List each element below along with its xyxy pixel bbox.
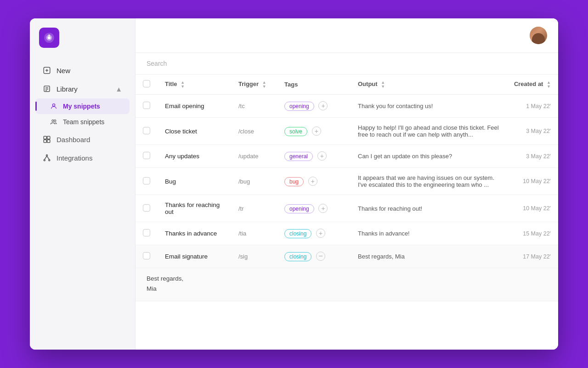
th-select-all[interactable]: [136, 75, 158, 95]
row-title: Bug: [158, 168, 231, 195]
row-checkbox-cell: [136, 145, 158, 168]
row-checkbox-cell: [136, 118, 158, 145]
row-title: Email signature: [158, 245, 231, 268]
tag-action-btn[interactable]: +: [318, 204, 328, 213]
expanded-preview-content: Best regards,Mia: [136, 268, 558, 301]
svg-point-3: [48, 34, 50, 36]
row-created-at: 1 May 22': [507, 95, 558, 118]
svg-rect-14: [44, 136, 46, 139]
row-tag[interactable]: closing: [284, 252, 311, 261]
th-output[interactable]: Output ▲▼: [351, 75, 507, 95]
created-sort-icon: ▲▼: [547, 80, 551, 89]
sidebar-item-library[interactable]: Library ▲: [34, 80, 131, 98]
row-checkbox[interactable]: [143, 102, 150, 109]
row-tags: closing −: [277, 245, 351, 268]
preview-line: Best regards,: [147, 274, 547, 284]
svg-rect-17: [47, 140, 50, 143]
row-tag[interactable]: closing: [284, 229, 311, 238]
top-bar: [136, 18, 558, 53]
table-row[interactable]: Thanks for reaching out /tr opening + Th…: [136, 195, 558, 222]
svg-line-22: [47, 156, 49, 160]
th-title[interactable]: Title ▲▼: [158, 75, 231, 95]
app-logo[interactable]: [39, 28, 59, 48]
avatar[interactable]: [530, 27, 547, 44]
row-checkbox[interactable]: [143, 229, 150, 236]
row-tag[interactable]: opening: [284, 102, 314, 111]
avatar-silhouette: [532, 33, 545, 44]
output-sort-icon: ▲▼: [381, 80, 385, 89]
table-row[interactable]: Thanks in advance /tia closing + Thanks …: [136, 222, 558, 245]
row-tag[interactable]: opening: [284, 204, 314, 213]
th-created-at[interactable]: Created at ▲▼: [507, 75, 558, 95]
row-tags: general +: [277, 145, 351, 168]
row-checkbox-cell: [136, 95, 158, 118]
my-snippets-label: My snippets: [63, 103, 100, 110]
tag-action-btn[interactable]: +: [316, 229, 325, 238]
svg-rect-16: [44, 140, 46, 143]
row-tag[interactable]: general: [284, 152, 313, 161]
plus-square-icon: [43, 66, 51, 75]
row-checkbox[interactable]: [143, 252, 150, 259]
team-icon: [50, 118, 57, 126]
row-tag[interactable]: solve: [284, 127, 307, 136]
search-bar: [136, 53, 558, 75]
svg-line-21: [45, 156, 47, 160]
chevron-up-icon: ▲: [115, 85, 122, 93]
sidebar-item-my-snippets[interactable]: My snippets: [35, 98, 130, 114]
tag-action-btn[interactable]: +: [317, 151, 327, 161]
sidebar-item-new[interactable]: New: [34, 62, 131, 79]
row-created-at: 10 May 22': [507, 195, 558, 222]
tag-action-btn[interactable]: +: [308, 177, 317, 186]
sidebar-item-team-snippets[interactable]: Team snippets: [35, 114, 130, 130]
row-tags: closing +: [277, 222, 351, 245]
row-title: Any updates: [158, 145, 231, 168]
table-row[interactable]: Bug /bug bug + It appears that we are ha…: [136, 168, 558, 195]
th-trigger[interactable]: Trigger ▲▼: [231, 75, 277, 95]
svg-point-20: [49, 160, 50, 161]
tag-action-btn[interactable]: +: [318, 101, 328, 110]
svg-point-19: [44, 160, 45, 161]
table-row[interactable]: Close ticket /close solve + Happy to hel…: [136, 118, 558, 145]
row-output: Thank you for contacting us!: [351, 95, 507, 118]
row-title: Thanks for reaching out: [158, 195, 231, 222]
row-checkbox-cell: [136, 245, 158, 268]
search-input[interactable]: [147, 60, 547, 67]
svg-point-12: [52, 120, 54, 121]
row-tag[interactable]: bug: [284, 177, 304, 186]
row-title: Email opening: [158, 95, 231, 118]
row-output: Can I get an update on this please?: [351, 145, 507, 168]
row-checkbox-cell: [136, 222, 158, 245]
table-row[interactable]: Any updates /update general + Can I get …: [136, 145, 558, 168]
app-window: New Library ▲: [30, 18, 558, 350]
row-trigger: /bug: [231, 168, 277, 195]
row-created-at: 15 May 22': [507, 222, 558, 245]
select-all-checkbox[interactable]: [143, 80, 150, 87]
row-checkbox[interactable]: [143, 127, 150, 134]
table-row[interactable]: Email opening /tc opening + Thank you fo…: [136, 95, 558, 118]
row-checkbox[interactable]: [143, 204, 150, 212]
row-checkbox[interactable]: [143, 152, 150, 159]
th-tags[interactable]: Tags: [277, 75, 351, 95]
row-output: It appears that we are having issues on …: [351, 168, 507, 195]
row-tags: solve +: [277, 118, 351, 145]
sidebar-item-integrations[interactable]: Integrations: [34, 149, 131, 167]
table-header: Title ▲▼ Trigger ▲▼ Tags Output ▲▼: [136, 75, 558, 95]
row-checkbox-cell: [136, 195, 158, 222]
row-trigger: /tr: [231, 195, 277, 222]
team-snippets-label: Team snippets: [63, 118, 104, 126]
tag-action-btn[interactable]: −: [316, 252, 325, 261]
table-row[interactable]: Email signature /sig closing − Best rega…: [136, 245, 558, 268]
sidebar-item-dashboard[interactable]: Dashboard: [34, 131, 131, 148]
row-title: Thanks in advance: [158, 222, 231, 245]
dashboard-label: Dashboard: [57, 136, 90, 144]
expanded-preview-row: Best regards,Mia: [136, 268, 558, 301]
row-checkbox[interactable]: [143, 177, 150, 184]
tag-action-btn[interactable]: +: [312, 126, 321, 136]
trigger-sort-icon: ▲▼: [262, 80, 266, 89]
svg-point-13: [54, 120, 56, 121]
row-trigger: /tc: [231, 95, 277, 118]
row-trigger: /close: [231, 118, 277, 145]
row-created-at: 17 May 22': [507, 245, 558, 268]
row-created-at: 3 May 22': [507, 145, 558, 168]
snippets-table: Title ▲▼ Trigger ▲▼ Tags Output ▲▼: [136, 75, 558, 301]
